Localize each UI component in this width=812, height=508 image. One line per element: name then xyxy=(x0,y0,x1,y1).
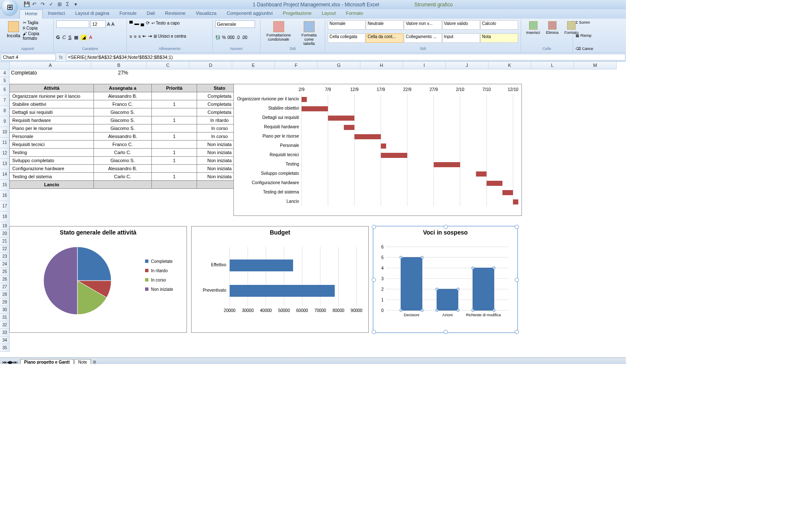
row-header[interactable]: 28 xyxy=(0,291,10,298)
fill-button[interactable]: ▦ Riemp xyxy=(576,33,592,38)
insert-cells-button[interactable]: Inserisci xyxy=(524,20,543,36)
clear-button[interactable]: ⌫ Cance xyxy=(576,47,593,51)
tab-insert[interactable]: Inserisci xyxy=(43,9,70,19)
row-header[interactable]: 24 xyxy=(0,260,10,268)
pie-chart[interactable]: Stato generale delle attività Completate… xyxy=(9,226,187,333)
format-painter-button[interactable]: 🖌 Copia formato xyxy=(23,31,51,41)
fill-color-button[interactable]: ◢ xyxy=(81,35,87,40)
currency-icon[interactable]: 💱 xyxy=(215,35,220,40)
row-header[interactable]: 21 xyxy=(0,237,10,245)
tab-nav-last-icon[interactable]: ⏭ xyxy=(14,360,18,364)
tab-data[interactable]: Dati xyxy=(142,9,160,19)
row-header[interactable]: 25 xyxy=(0,268,10,276)
cell-style[interactable]: Cella collegata xyxy=(328,33,365,43)
pending-chart[interactable]: Voci in sospeso 0123456DecisioniAzioniRi… xyxy=(373,226,518,333)
tab-design[interactable]: Progettazione xyxy=(278,9,317,19)
cell-style[interactable]: Cella da cont... xyxy=(366,33,403,43)
row-header[interactable]: 10 xyxy=(0,127,10,138)
italic-button[interactable]: C xyxy=(63,35,66,40)
qat-icon[interactable]: ⊞ xyxy=(58,1,64,8)
merge-center-button[interactable]: ⊞ Unisci e centra xyxy=(154,34,186,39)
row-header[interactable]: 5 xyxy=(0,77,10,85)
cell-style[interactable]: Calcolo xyxy=(480,20,518,30)
row-header[interactable]: 9 xyxy=(0,116,10,127)
column-header[interactable]: A xyxy=(10,62,91,69)
row-header[interactable]: 6 xyxy=(0,85,10,95)
row-header[interactable]: 18 xyxy=(0,212,10,222)
row-header[interactable]: 30 xyxy=(0,306,10,314)
name-box[interactable] xyxy=(1,54,56,61)
new-sheet-icon[interactable]: ⎘ xyxy=(93,360,96,364)
row-header[interactable]: 32 xyxy=(0,321,10,329)
decrease-indent-icon[interactable]: ⇤ xyxy=(143,33,146,39)
column-header[interactable]: E xyxy=(232,62,275,69)
row-header[interactable]: 29 xyxy=(0,298,10,306)
tab-layout[interactable]: Layout xyxy=(317,9,341,19)
row-header[interactable]: 19 xyxy=(0,222,10,230)
column-header[interactable]: I xyxy=(403,62,446,69)
tab-nav-first-icon[interactable]: ⏮ xyxy=(3,360,7,364)
row-header[interactable]: 27 xyxy=(0,283,10,291)
save-icon[interactable]: 💾 xyxy=(24,1,30,8)
row-header[interactable]: 31 xyxy=(0,314,10,321)
gantt-chart[interactable]: 2/97/912/917/922/927/92/107/1012/10Organ… xyxy=(233,84,522,216)
column-header[interactable]: H xyxy=(360,62,403,69)
row-header[interactable]: 20 xyxy=(0,230,10,237)
font-family-input[interactable] xyxy=(56,20,89,28)
cell-style[interactable]: Valore valido xyxy=(442,20,480,30)
tab-addins[interactable]: Componenti aggiuntivi xyxy=(222,9,278,19)
copy-button[interactable]: ⎘ Copia xyxy=(23,26,51,30)
cell-style[interactable]: Collegamento ... xyxy=(404,33,442,43)
budget-chart[interactable]: Budget 200003000040000500006000070000800… xyxy=(191,226,369,333)
underline-button[interactable]: S xyxy=(69,35,71,40)
cut-button[interactable]: ✂ Taglia xyxy=(23,20,51,25)
column-header[interactable]: L xyxy=(531,62,574,69)
tab-formulas[interactable]: Formule xyxy=(114,9,141,19)
shrink-font-icon[interactable]: A xyxy=(111,22,114,27)
redo-icon[interactable]: ↷ xyxy=(41,1,47,8)
increase-decimal-icon[interactable]: .0 xyxy=(236,35,240,40)
conditional-formatting-button[interactable]: Formattazione condizionale xyxy=(263,20,294,47)
row-header[interactable]: 22 xyxy=(0,245,10,253)
row-header[interactable]: 35 xyxy=(0,344,10,352)
row-header[interactable]: 17 xyxy=(0,201,10,212)
cell-style[interactable]: Nota xyxy=(480,33,518,43)
font-color-button[interactable]: A xyxy=(89,35,92,40)
number-format-select[interactable] xyxy=(215,20,255,28)
paste-button[interactable]: Incolla xyxy=(4,20,23,41)
row-header[interactable]: 15 xyxy=(0,180,10,190)
bold-button[interactable]: G xyxy=(56,35,60,40)
autosum-button[interactable]: Σ Somm xyxy=(576,20,590,25)
row-header[interactable]: 13 xyxy=(0,159,10,169)
wrap-text-button[interactable]: ↩ Testo a capo xyxy=(151,21,180,25)
row-header[interactable]: 34 xyxy=(0,337,10,344)
column-header[interactable]: B xyxy=(91,62,147,69)
sheet-tab[interactable]: Piano progetto e Gantt xyxy=(20,359,74,364)
tab-format[interactable]: Formato xyxy=(341,9,368,19)
comma-icon[interactable]: 000 xyxy=(228,35,235,40)
column-header[interactable]: G xyxy=(318,62,360,69)
row-header[interactable]: 14 xyxy=(0,169,10,180)
align-middle-icon[interactable]: ▬ xyxy=(134,21,139,26)
cell-completato-label[interactable]: Completato xyxy=(9,69,94,77)
row-header[interactable]: 16 xyxy=(0,190,10,201)
row-header[interactable]: 12 xyxy=(0,148,10,159)
tab-home[interactable]: Home xyxy=(19,9,43,19)
tab-view[interactable]: Visualizza xyxy=(191,9,222,19)
sheet-tab[interactable]: Note xyxy=(74,359,91,364)
orientation-icon[interactable]: ⟳ xyxy=(146,20,150,26)
align-top-icon[interactable]: ▀ xyxy=(129,21,133,26)
cell-style[interactable]: Neutrale xyxy=(366,20,403,30)
row-header[interactable]: 4 xyxy=(0,69,10,77)
increase-indent-icon[interactable]: ⇥ xyxy=(148,33,152,39)
row-header[interactable]: 7 xyxy=(0,95,10,106)
row-header[interactable]: 8 xyxy=(0,106,10,116)
column-header[interactable]: J xyxy=(446,62,488,69)
tab-page-layout[interactable]: Layout di pagina xyxy=(70,9,115,19)
row-header[interactable]: 23 xyxy=(0,253,10,260)
undo-icon[interactable]: ↶ xyxy=(32,1,39,8)
align-left-icon[interactable]: ≡ xyxy=(129,34,132,39)
cell-style[interactable]: Valore non v... xyxy=(404,20,442,30)
qat-icon[interactable]: Σ xyxy=(66,1,73,8)
cell-style[interactable]: Input xyxy=(442,33,480,43)
